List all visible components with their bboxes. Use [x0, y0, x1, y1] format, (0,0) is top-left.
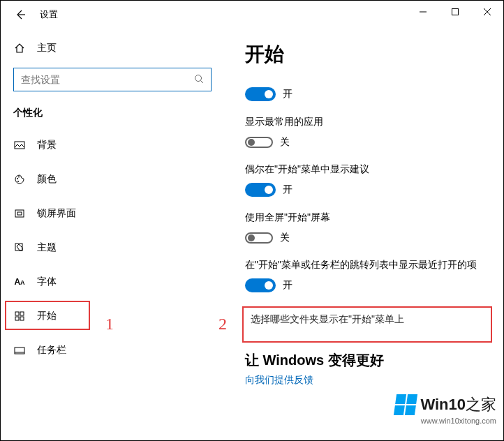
window-controls — [407, 1, 503, 23]
watermark-url: www.win10xitong.com — [395, 417, 496, 425]
svg-line-6 — [201, 80, 204, 83]
minimize-button[interactable] — [407, 1, 439, 23]
setting-label: 显示最常用的应用 — [245, 115, 496, 129]
watermark: Win10之家 www.win10xitong.com — [395, 394, 496, 425]
svg-rect-18 — [15, 347, 24, 354]
toggle-jumplist[interactable]: 开 — [245, 278, 496, 292]
sidebar-item-themes[interactable]: 主题 — [1, 230, 224, 264]
watermark-brand-zh: 之家 — [466, 396, 496, 413]
windows-logo-icon — [394, 394, 417, 415]
toggle-suggestions[interactable]: 开 — [245, 183, 496, 197]
setting-most-used-apps: 显示最常用的应用 关 — [245, 115, 496, 149]
search-input[interactable] — [13, 68, 212, 91]
sidebar-home[interactable]: 主页 — [1, 34, 224, 62]
search-icon — [194, 74, 204, 86]
sidebar-item-label: 锁屏界面 — [37, 207, 76, 220]
maximize-button[interactable] — [439, 1, 471, 23]
font-icon: AA — [13, 276, 26, 288]
annotation-number-2: 2 — [218, 315, 227, 334]
taskbar-icon — [13, 344, 26, 357]
setting-suggestions: 偶尔在"开始"菜单中显示建议 开 — [245, 163, 496, 197]
svg-point-5 — [195, 75, 202, 81]
svg-point-10 — [17, 181, 19, 182]
watermark-brand: Win10 — [420, 396, 466, 413]
improve-windows-title: 让 Windows 变得更好 — [245, 351, 496, 370]
annotation-number-1: 1 — [105, 315, 114, 334]
lockscreen-icon — [13, 207, 26, 220]
sidebar-item-background[interactable]: 背景 — [1, 128, 224, 162]
sidebar-item-label: 颜色 — [37, 173, 57, 186]
theme-icon — [13, 241, 26, 254]
sidebar-item-label: 主题 — [37, 241, 57, 254]
svg-rect-7 — [15, 142, 24, 149]
toggle-state-text: 关 — [280, 232, 290, 244]
feedback-link[interactable]: 向我们提供反馈 — [245, 374, 496, 387]
toggle-state-text: 开 — [283, 279, 292, 292]
main-panel: 开始 开 显示最常用的应用 关 偶尔在"开始"菜单中显示建议 开 使用全屏"开始… — [224, 29, 503, 440]
sidebar-item-label: 字体 — [37, 276, 57, 288]
sidebar-item-fonts[interactable]: AA 字体 — [1, 264, 224, 299]
toggle-fullscreen-start[interactable]: 关 — [245, 232, 496, 244]
back-icon[interactable] — [13, 8, 27, 22]
toggle-most-used-apps[interactable]: 关 — [245, 136, 496, 149]
toggle-state-text: 关 — [280, 136, 290, 149]
search-field[interactable] — [21, 74, 181, 85]
link-text: 选择哪些文件夹显示在"开始"菜单上 — [251, 313, 404, 324]
sidebar: 主页 个性化 背景 颜色 锁屏界面 主题 AA 字体 开始 — [1, 29, 224, 440]
svg-point-9 — [18, 176, 20, 177]
svg-rect-2 — [452, 9, 459, 15]
toggle-show-more-tiles[interactable]: 开 — [245, 87, 496, 101]
sidebar-item-taskbar[interactable]: 任务栏 — [1, 333, 224, 367]
setting-label: 使用全屏"开始"屏幕 — [245, 211, 496, 225]
toggle-state-text: 开 — [283, 184, 292, 196]
setting-jumplist: 在"开始"菜单或任务栏的跳转列表中显示最近打开的项 开 — [245, 258, 496, 293]
setting-label: 在"开始"菜单或任务栏的跳转列表中显示最近打开的项 — [245, 258, 496, 272]
svg-rect-12 — [17, 212, 22, 215]
window-title: 设置 — [40, 8, 58, 21]
setting-show-more-tiles: 开 — [245, 87, 496, 101]
toggle-state-text: 开 — [283, 88, 292, 100]
sidebar-item-colors[interactable]: 颜色 — [1, 162, 224, 196]
sidebar-home-label: 主页 — [37, 42, 57, 54]
setting-fullscreen-start: 使用全屏"开始"屏幕 关 — [245, 211, 496, 244]
home-icon — [13, 42, 26, 54]
image-icon — [13, 139, 26, 151]
choose-folders-link[interactable]: 选择哪些文件夹显示在"开始"菜单上 — [242, 306, 492, 343]
annotation-box-1 — [5, 301, 90, 330]
svg-point-8 — [17, 178, 18, 179]
close-button[interactable] — [471, 1, 503, 23]
sidebar-item-lockscreen[interactable]: 锁屏界面 — [1, 196, 224, 230]
sidebar-section-title: 个性化 — [1, 104, 224, 128]
sidebar-item-label: 背景 — [37, 139, 57, 151]
setting-label: 偶尔在"开始"菜单中显示建议 — [245, 163, 496, 177]
page-title: 开始 — [245, 41, 496, 68]
palette-icon — [13, 173, 26, 186]
svg-rect-11 — [15, 210, 24, 217]
sidebar-item-label: 任务栏 — [37, 344, 66, 357]
